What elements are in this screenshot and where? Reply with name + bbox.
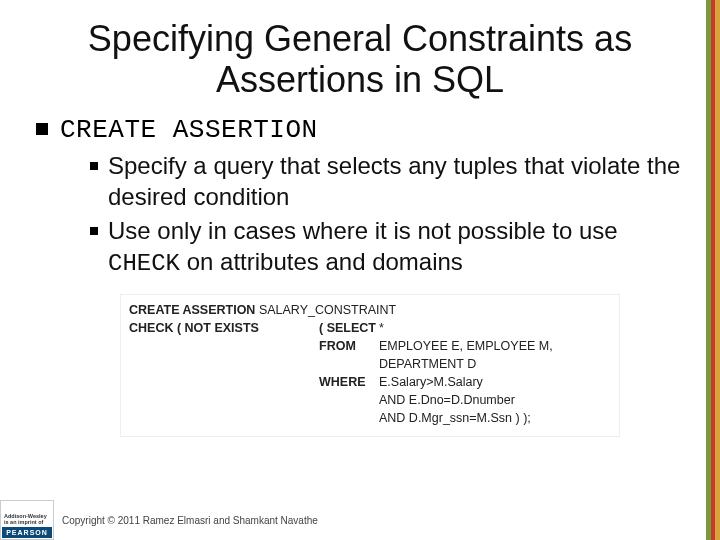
slide-footer: Addison-Wesley is an imprint of PEARSON … bbox=[0, 500, 720, 540]
decorative-stripe bbox=[706, 0, 720, 540]
list-item: Use only in cases where it is not possib… bbox=[90, 216, 690, 279]
copyright-text: Copyright © 2011 Ramez Elmasri and Shamk… bbox=[62, 515, 318, 526]
list-item: Specify a query that selects any tuples … bbox=[90, 151, 690, 214]
pearson-logo: Addison-Wesley is an imprint of PEARSON bbox=[0, 500, 54, 540]
list-item: CREATE ASSERTION bbox=[36, 115, 690, 145]
sql-code-block: CREATE ASSERTION SALARY_CONSTRAINT CHECK… bbox=[120, 294, 620, 437]
square-bullet-icon bbox=[90, 227, 98, 235]
list-item-label: CREATE ASSERTION bbox=[60, 115, 318, 145]
list-item-label: Specify a query that selects any tuples … bbox=[108, 151, 690, 214]
list-item-label: Use only in cases where it is not possib… bbox=[108, 216, 690, 279]
square-bullet-icon bbox=[90, 162, 98, 170]
square-bullet-icon bbox=[36, 123, 48, 135]
slide-content: CREATE ASSERTION Specify a query that se… bbox=[0, 115, 720, 437]
slide-title: Specifying General Constraints as Assert… bbox=[0, 0, 720, 115]
logo-subtitle: Addison-Wesley is an imprint of bbox=[2, 513, 52, 527]
logo-brand: PEARSON bbox=[2, 527, 52, 538]
